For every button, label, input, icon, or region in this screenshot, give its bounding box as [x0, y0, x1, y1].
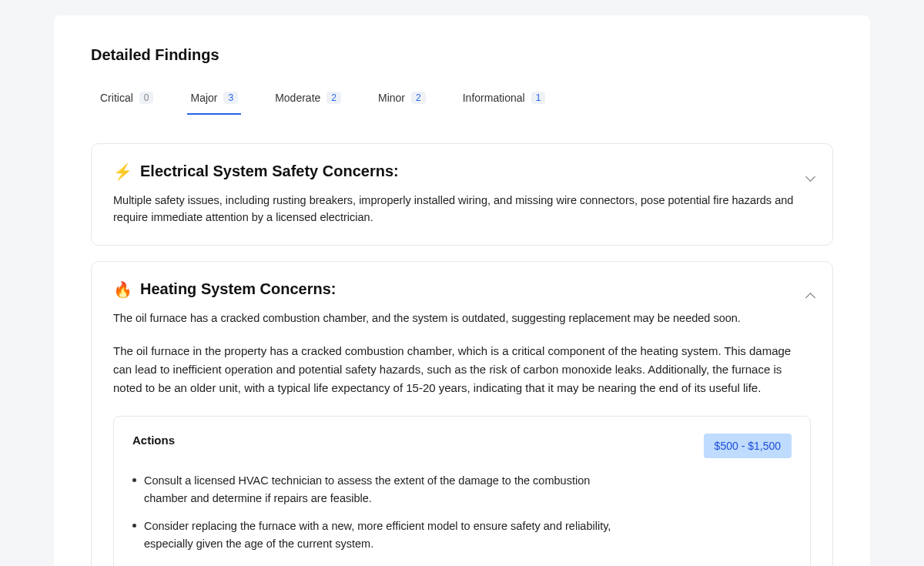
- card-header: ⚡ Electrical System Safety Concerns:: [113, 162, 811, 181]
- tab-count-badge: 1: [531, 92, 546, 104]
- action-item: Consult a licensed HVAC technician to as…: [132, 472, 625, 507]
- lightning-icon: ⚡: [113, 162, 132, 181]
- section-title: Detailed Findings: [91, 46, 833, 64]
- action-text: Regular maintenance and inspections shou…: [144, 563, 625, 566]
- card-title: Heating System Concerns:: [140, 280, 336, 298]
- tab-minor[interactable]: Minor 2: [375, 85, 429, 115]
- tab-label: Minor: [378, 92, 405, 104]
- finding-card-electrical: ⚡ Electrical System Safety Concerns: Mul…: [91, 143, 833, 246]
- chevron-down-icon[interactable]: [805, 172, 817, 184]
- severity-tabs: Critical 0 Major 3 Moderate 2 Minor 2 In…: [91, 85, 833, 116]
- tab-critical[interactable]: Critical 0: [97, 85, 156, 115]
- tab-count-badge: 3: [223, 92, 238, 104]
- action-text: Consult a licensed HVAC technician to as…: [144, 472, 625, 507]
- action-item: Consider replacing the furnace with a ne…: [132, 517, 625, 552]
- findings-panel: Detailed Findings Critical 0 Major 3 Mod…: [54, 15, 870, 566]
- tab-label: Major: [190, 92, 217, 104]
- bullet-icon: [132, 478, 136, 482]
- tab-count-badge: 2: [411, 92, 426, 104]
- tab-informational[interactable]: Informational 1: [460, 85, 549, 115]
- card-header: 🔥 Heating System Concerns:: [113, 280, 811, 299]
- card-summary: The oil furnace has a cracked combustion…: [113, 310, 811, 327]
- card-title: Electrical System Safety Concerns:: [140, 162, 399, 180]
- bullet-icon: [132, 524, 136, 527]
- card-summary: Multiple safety issues, including rustin…: [113, 192, 811, 226]
- tab-count-badge: 2: [326, 92, 341, 104]
- action-item: Regular maintenance and inspections shou…: [132, 563, 625, 566]
- tab-label: Informational: [463, 92, 525, 104]
- tab-label: Critical: [100, 92, 133, 104]
- tab-label: Moderate: [275, 92, 320, 104]
- chevron-up-icon[interactable]: [805, 290, 817, 302]
- card-body: The oil furnace in the property has a cr…: [113, 342, 811, 566]
- fire-icon: 🔥: [113, 280, 132, 299]
- tab-moderate[interactable]: Moderate 2: [272, 85, 344, 115]
- cost-badge: $500 - $1,500: [704, 434, 792, 458]
- actions-header: Actions $500 - $1,500: [132, 434, 792, 458]
- actions-box: Actions $500 - $1,500 Consult a licensed…: [113, 416, 811, 566]
- finding-card-heating: 🔥 Heating System Concerns: The oil furna…: [91, 261, 833, 566]
- tab-count-badge: 0: [139, 92, 154, 104]
- actions-title: Actions: [132, 434, 175, 447]
- card-detail: The oil furnace in the property has a cr…: [113, 342, 811, 397]
- tab-major[interactable]: Major 3: [187, 85, 241, 115]
- action-text: Consider replacing the furnace with a ne…: [144, 517, 625, 552]
